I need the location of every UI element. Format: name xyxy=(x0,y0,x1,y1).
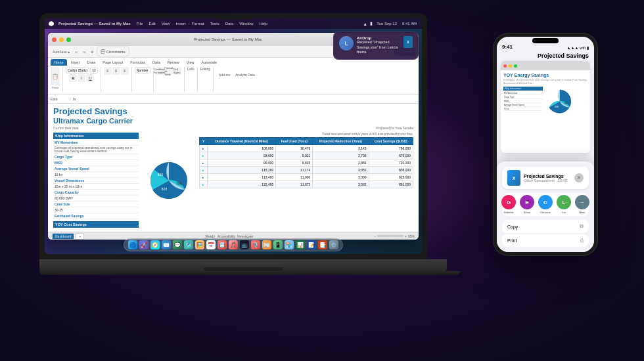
wifi-icon: wifi xyxy=(580,46,586,50)
italic-button[interactable]: I xyxy=(78,74,85,82)
paste-button[interactable]: 📋 xyxy=(51,67,60,85)
tab-page-layout[interactable]: Page Layout xyxy=(99,59,126,66)
iphone-excel-preview[interactable]: YOY Energy Savings Estimates of expected… xyxy=(501,61,590,153)
contact-name-more: More xyxy=(579,211,585,214)
align-left-button[interactable]: ≡ xyxy=(104,67,112,75)
cell-fuel: 9,021 xyxy=(276,152,313,159)
dock-icon-music[interactable]: 🎵 xyxy=(229,240,238,249)
cell-distance: 99,000 xyxy=(208,159,276,166)
dock-icon-finder[interactable]: 🔵 xyxy=(128,240,137,249)
menubar-format[interactable]: Format xyxy=(191,22,206,26)
airdrop-contact-lia[interactable]: L Lia xyxy=(557,195,571,214)
undo-button[interactable]: ↩ xyxy=(73,49,80,54)
dock-icon-launchpad[interactable]: 🚀 xyxy=(139,240,149,249)
menubar-view[interactable]: View xyxy=(160,22,172,26)
dock-icon-news[interactable]: 📰 xyxy=(262,240,271,249)
contact-avatar-christine: C xyxy=(538,195,553,209)
font-size-dropdown[interactable]: 12 xyxy=(90,67,98,74)
ribbon-analyze-group: Analyze Data xyxy=(233,67,255,79)
ready-status: Ready xyxy=(205,234,214,238)
iphone-minimize-btn[interactable] xyxy=(509,64,512,68)
align-right-button[interactable]: ≡ xyxy=(121,67,129,75)
dock-icon-photos[interactable]: 🖼️ xyxy=(195,240,204,249)
iphone-info-row-5: 15 kn xyxy=(503,107,543,111)
quick-access[interactable]: ⚙ xyxy=(89,49,95,54)
dock-icon-appstore[interactable]: 🏪 xyxy=(285,240,294,249)
number-format-dropdown[interactable]: Number xyxy=(135,67,150,74)
iphone-info-header: Ship Information xyxy=(503,87,543,91)
sheet-tab-dashboard[interactable]: Dashboard xyxy=(52,233,74,240)
bisd-label: BISD xyxy=(55,161,97,165)
vessel-speed-label: Average Vessel Speed xyxy=(55,167,97,171)
bold-button[interactable]: B xyxy=(69,74,77,82)
ribbon-styles-group: Conditional Formatting Format as Table C… xyxy=(156,67,185,92)
menubar-left: Projected Savings — Saved to My Mac File… xyxy=(49,21,269,26)
tab-view[interactable]: View xyxy=(183,59,198,66)
maximize-button[interactable] xyxy=(66,37,71,42)
close-button[interactable] xyxy=(52,37,57,42)
menubar-edit[interactable]: Edit xyxy=(147,22,156,26)
align-controls: ≡ ≡ ≡ xyxy=(104,67,129,75)
airdrop-notification[interactable]: L AirDrop Received "Projected Savings.xl… xyxy=(333,32,419,60)
tab-formulas[interactable]: Formulas xyxy=(127,59,149,66)
redo-button[interactable]: ↪ xyxy=(81,49,87,54)
dock-icon-mail[interactable]: ✉️ xyxy=(162,240,171,249)
airdrop-contact-gabriela[interactable]: G Gabriela xyxy=(501,195,516,214)
crew-size-row: Crew Size xyxy=(53,202,139,207)
dock-icon-messages[interactable]: 💬 xyxy=(173,240,182,249)
print-button[interactable]: Print ⎙ xyxy=(502,234,589,247)
menubar-tools[interactable]: Tools xyxy=(209,22,221,26)
tab-data[interactable]: Data xyxy=(149,59,164,66)
cargo-type-label: Cargo Type xyxy=(55,155,97,159)
dock-icon-excel[interactable]: 📊 xyxy=(296,240,305,249)
cell-styles-button[interactable]: Cell Styles xyxy=(173,67,181,75)
iphone-maximize-btn[interactable] xyxy=(514,64,517,68)
dock-icon-calendar[interactable]: 📅 xyxy=(206,240,216,249)
zoom-in-button[interactable]: + xyxy=(405,234,407,238)
cell-fuel: 11,174 xyxy=(276,166,313,173)
dock-icon-word[interactable]: 📝 xyxy=(307,240,316,249)
font-family-dropdown[interactable]: Calibri (Body) xyxy=(66,67,89,74)
dock-icon-facetime[interactable]: 📱 xyxy=(273,240,283,249)
excel-ribbon: Home Insert Draw Page Layout Formulas Da… xyxy=(48,58,419,95)
airdrop-contact-ethan[interactable]: E Ethan xyxy=(520,195,534,214)
dock-icon-contacts[interactable]: 📇 xyxy=(218,240,227,249)
tab-automate[interactable]: Automate xyxy=(198,59,221,66)
data-table: Y Distance Traveled (Nautical Miles) Fue… xyxy=(199,137,413,188)
menubar-insert[interactable]: Insert xyxy=(175,22,187,26)
conditional-format-button[interactable]: Conditional Formatting xyxy=(156,67,164,75)
bisd-row: BISD xyxy=(53,160,139,166)
signal-icon: ▲▲▲ xyxy=(567,46,579,50)
tab-draw[interactable]: Draw xyxy=(83,59,99,66)
format-table-button[interactable]: Format as Table xyxy=(165,67,173,75)
menubar-window[interactable]: Window xyxy=(238,22,254,26)
menubar-file[interactable]: File xyxy=(135,22,145,26)
menubar-help[interactable]: Help xyxy=(258,22,269,26)
tab-home[interactable]: Home xyxy=(51,59,67,66)
menubar-data[interactable]: Data xyxy=(224,22,235,26)
underline-button[interactable]: U xyxy=(86,74,94,82)
minimize-button[interactable] xyxy=(59,37,64,42)
airdrop-contact-christine[interactable]: C Christine xyxy=(538,195,553,214)
copy-button[interactable]: Copy ⧉ xyxy=(502,220,589,233)
dock-icon-settings[interactable]: ⚙️ xyxy=(329,240,338,249)
name-box[interactable]: E99 xyxy=(51,97,70,101)
comments-button[interactable]: 💬 Comments xyxy=(97,47,129,56)
cargo-cap-value: 80,000 DWT xyxy=(55,196,73,200)
dock-icon-podcasts[interactable]: 🎙️ xyxy=(251,240,260,249)
iphone-close-btn[interactable] xyxy=(503,64,507,68)
dock-icon-tv[interactable]: 📺 xyxy=(240,240,249,249)
cell-fuel: 11,873 xyxy=(276,180,313,188)
tab-review[interactable]: Review xyxy=(164,59,183,66)
align-center-button[interactable]: ≡ xyxy=(112,67,120,75)
cell-reduction: 3,352 xyxy=(313,166,369,173)
dock-icon-powerpoint[interactable]: 📑 xyxy=(318,240,327,249)
dock-icon-safari[interactable]: 🧭 xyxy=(150,240,160,249)
airdrop-contact-more[interactable]: ··· More xyxy=(575,195,589,214)
zoom-out-button[interactable]: − xyxy=(374,234,376,238)
dock-icon-maps[interactable]: 🗺️ xyxy=(184,240,193,249)
zoom-slider[interactable] xyxy=(377,235,403,237)
airdrop-close-button[interactable]: ✕ xyxy=(574,173,584,182)
sheet-tab-add[interactable]: + xyxy=(76,233,84,240)
tab-insert[interactable]: Insert xyxy=(68,59,83,66)
